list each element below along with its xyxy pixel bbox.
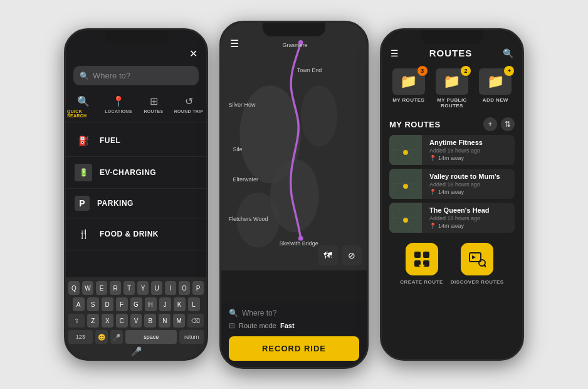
map-view[interactable]: Grasmere Town End Silver How Sile Elterw… bbox=[221, 23, 367, 270]
my-routes-folder-icon: 📁 3 bbox=[392, 68, 425, 95]
key-k[interactable]: K bbox=[174, 297, 186, 311]
public-routes-badge: 2 bbox=[461, 66, 471, 76]
routes-hamburger-icon[interactable]: ☰ bbox=[391, 48, 399, 58]
key-w[interactable]: W bbox=[82, 281, 93, 295]
where-to-text: Where to? bbox=[242, 309, 276, 317]
sort-routes-button[interactable]: ⇅ bbox=[501, 117, 515, 131]
key-v[interactable]: V bbox=[130, 314, 142, 328]
tab-locations[interactable]: 📍 LOCATIONS bbox=[101, 93, 136, 122]
key-e[interactable]: E bbox=[96, 281, 107, 295]
key-t[interactable]: T bbox=[123, 281, 135, 295]
folder-public-routes[interactable]: 📁 2 MY PUBLIC ROUTES bbox=[433, 68, 471, 109]
key-i[interactable]: I bbox=[165, 281, 176, 295]
category-fuel[interactable]: ⛽ FUEL bbox=[66, 125, 206, 157]
ev-icon: 🔋 bbox=[75, 164, 92, 181]
key-q[interactable]: Q bbox=[68, 281, 80, 295]
route-mode-icon: ⊟ bbox=[229, 321, 235, 330]
svg-point-3 bbox=[301, 85, 337, 146]
category-parking[interactable]: P PARKING bbox=[66, 189, 206, 218]
folder-add-new[interactable]: 📁 + ADD NEW bbox=[476, 68, 515, 109]
record-ride-button[interactable]: RECORD RIDE bbox=[229, 336, 359, 361]
tab-quick-search[interactable]: 🔍 QUICK SEARCH bbox=[66, 93, 101, 122]
hamburger-icon[interactable]: ☰ bbox=[230, 38, 239, 49]
keyboard-row-3: ⇧ Z X C V B N M ⌫ bbox=[68, 314, 204, 328]
key-j[interactable]: J bbox=[159, 297, 171, 311]
close-icon[interactable]: ✕ bbox=[189, 48, 197, 60]
my-routes-section-header: MY ROUTES + ⇅ bbox=[382, 112, 522, 135]
route-info-1: Valley route to Mum's Added 18 hours ago… bbox=[427, 169, 515, 199]
section-actions: + ⇅ bbox=[483, 117, 515, 131]
route-item-0[interactable]: Anytime Fitness Added 18 hours ago 📍 14m… bbox=[389, 135, 515, 165]
search-bar[interactable]: 🔍 Where to? bbox=[73, 66, 199, 85]
map-view-btn[interactable]: 🗺 bbox=[318, 245, 338, 265]
category-ev[interactable]: 🔋 EV-CHARGING bbox=[66, 157, 206, 189]
route-distance-1: 📍 14m away bbox=[429, 189, 512, 195]
map-buttons: 🗺 ⊘ bbox=[318, 245, 362, 265]
svg-point-17 bbox=[404, 185, 407, 188]
notch-3 bbox=[421, 30, 483, 44]
route-mode-row: ⊟ Route mode Fast bbox=[229, 321, 359, 330]
key-n[interactable]: N bbox=[159, 314, 171, 328]
key-h[interactable]: H bbox=[145, 297, 157, 311]
key-delete[interactable]: ⌫ bbox=[187, 314, 204, 328]
svg-line-32 bbox=[485, 265, 486, 267]
route-item-1[interactable]: Valley route to Mum's Added 18 hours ago… bbox=[389, 169, 515, 199]
route-info-0: Anytime Fitness Added 18 hours ago 📍 14m… bbox=[427, 135, 515, 165]
key-y[interactable]: Y bbox=[137, 281, 149, 295]
svg-point-4 bbox=[298, 40, 303, 45]
key-d[interactable]: D bbox=[102, 297, 113, 311]
food-icon: 🍴 bbox=[75, 225, 92, 243]
notch bbox=[105, 30, 167, 44]
discover-routes-action[interactable]: DISCOVER ROUTES bbox=[451, 243, 504, 285]
svg-point-11 bbox=[404, 151, 407, 154]
discover-routes-icon bbox=[461, 243, 493, 275]
key-return[interactable]: return bbox=[179, 330, 204, 344]
category-food[interactable]: 🍴 FOOD & DRINK bbox=[66, 218, 206, 250]
routes-title: ROUTES bbox=[399, 48, 503, 58]
key-mic[interactable]: 🎤 bbox=[110, 330, 123, 344]
search-icon: 🔍 bbox=[80, 72, 89, 80]
keyboard-row-2: A S D F G H J K L bbox=[68, 297, 204, 311]
distance-icon-0: 📍 bbox=[429, 155, 436, 161]
route-thumb-1 bbox=[389, 169, 422, 199]
key-b[interactable]: B bbox=[144, 314, 156, 328]
route-item-2[interactable]: The Queen's Head Added 18 hours ago 📍 14… bbox=[389, 203, 515, 233]
folder-my-routes[interactable]: 📁 3 MY ROUTES bbox=[389, 68, 428, 109]
key-space[interactable]: space bbox=[125, 330, 177, 344]
parking-icon: P bbox=[75, 196, 90, 211]
key-s[interactable]: S bbox=[87, 297, 99, 311]
route-view-btn[interactable]: ⊘ bbox=[342, 245, 362, 265]
where-to-row[interactable]: 🔍 Where to? bbox=[229, 309, 359, 317]
key-x[interactable]: X bbox=[102, 314, 113, 328]
category-list: ⛽ FUEL 🔋 EV-CHARGING P PARKING 🍴 FOOD & … bbox=[66, 122, 206, 253]
route-thumb-0 bbox=[389, 135, 422, 165]
search-input[interactable]: Where to? bbox=[93, 71, 130, 80]
key-123[interactable]: 123 bbox=[68, 330, 93, 344]
map-bottom-panel: 🔍 Where to? ⊟ Route mode Fast RECORD RID… bbox=[221, 302, 367, 367]
key-r[interactable]: R bbox=[110, 281, 121, 295]
fuel-icon: ⛽ bbox=[75, 132, 92, 149]
add-route-button[interactable]: + bbox=[483, 117, 497, 131]
key-emoji[interactable]: 😊 bbox=[95, 330, 108, 344]
key-f[interactable]: F bbox=[116, 297, 128, 311]
svg-point-23 bbox=[404, 219, 407, 221]
routes-search-icon[interactable]: 🔍 bbox=[503, 48, 513, 58]
key-u[interactable]: U bbox=[151, 281, 162, 295]
key-shift[interactable]: ⇧ bbox=[68, 314, 85, 328]
key-o[interactable]: O bbox=[179, 281, 190, 295]
key-m[interactable]: M bbox=[173, 314, 185, 328]
folder-tabs: 📁 3 MY ROUTES 📁 2 MY PUBLIC ROUTES 📁 bbox=[382, 65, 522, 112]
create-route-action[interactable]: CREATE ROUTE bbox=[400, 243, 443, 285]
scene: ✕ 🔍 Where to? 🔍 QUICK SEARCH 📍 LOCATIONS… bbox=[0, 0, 588, 389]
key-p[interactable]: P bbox=[192, 281, 204, 295]
key-l[interactable]: L bbox=[188, 297, 200, 311]
key-c[interactable]: C bbox=[116, 314, 128, 328]
tab-round-trip[interactable]: ↺ ROUND TRIP bbox=[171, 93, 206, 122]
tab-routes[interactable]: ⊞ ROUTES bbox=[136, 93, 171, 122]
key-g[interactable]: G bbox=[130, 297, 142, 311]
key-a[interactable]: A bbox=[73, 297, 85, 311]
add-new-folder-icon: 📁 + bbox=[479, 68, 512, 95]
key-z[interactable]: Z bbox=[87, 314, 99, 328]
svg-point-5 bbox=[298, 235, 303, 240]
round-trip-icon: ↺ bbox=[185, 95, 193, 107]
